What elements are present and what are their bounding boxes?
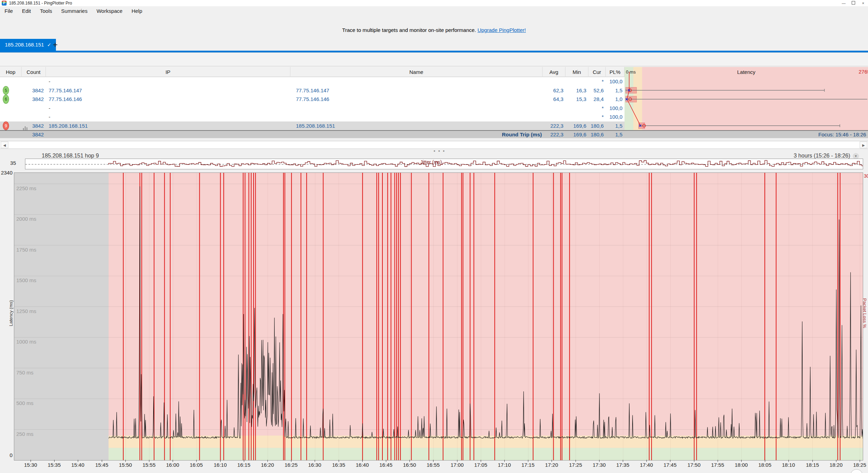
table-row-hop-5[interactable]: 5384277.75.146.14777.75.146.14762,316,35… bbox=[0, 86, 625, 95]
close-button[interactable]: × bbox=[858, 0, 868, 6]
scroll-left-button[interactable]: ◀ bbox=[1, 142, 8, 148]
cell-name bbox=[296, 112, 539, 121]
minimize-button[interactable]: — bbox=[839, 0, 849, 6]
menu-summaries[interactable]: Summaries bbox=[57, 6, 92, 16]
x-tick bbox=[339, 460, 339, 462]
x-tick-label: 16:15 bbox=[235, 462, 253, 468]
splitter-handle[interactable]: ●●● bbox=[433, 149, 447, 153]
col-header-pl%[interactable]: PL% bbox=[606, 67, 625, 77]
table-row-hop-unknown[interactable]: -*100,0 bbox=[0, 112, 625, 121]
svg-text:750 ms: 750 ms bbox=[16, 370, 33, 375]
svg-text:250 ms: 250 ms bbox=[16, 431, 33, 437]
x-tick-label: 16:05 bbox=[188, 462, 205, 468]
new-tab-button[interactable]: + bbox=[53, 40, 58, 50]
x-tick bbox=[291, 460, 291, 462]
cell-count: 3842 bbox=[22, 121, 44, 130]
round-trip-pl: 1,5 bbox=[604, 131, 622, 138]
x-tick-label: 16:50 bbox=[401, 462, 418, 468]
cell-ip: - bbox=[49, 104, 288, 113]
x-tick bbox=[646, 460, 647, 462]
x-tick bbox=[552, 460, 552, 462]
svg-text:2000 ms: 2000 ms bbox=[16, 216, 36, 222]
cell-min bbox=[563, 112, 586, 121]
maximize-button[interactable] bbox=[849, 0, 858, 6]
table-row-hop-unknown[interactable]: -*100,0 bbox=[0, 77, 625, 86]
cell-pl: 100,0 bbox=[604, 104, 622, 113]
x-tick bbox=[765, 460, 765, 462]
cell-count: 3842 bbox=[22, 95, 44, 104]
x-tick bbox=[528, 460, 528, 462]
x-tick-label: 16:00 bbox=[164, 462, 181, 468]
menu-workspace[interactable]: Workspace bbox=[92, 6, 127, 16]
col-header-cur[interactable]: Cur bbox=[588, 67, 606, 77]
cell-min: 15,3 bbox=[563, 95, 586, 104]
x-tick-label: 17:15 bbox=[519, 462, 537, 468]
cell-count bbox=[22, 77, 44, 86]
x-tick bbox=[718, 460, 718, 462]
menu-bar: FileEditToolsSummariesWorkspaceHelp bbox=[0, 6, 868, 16]
jitter-title: Jitter (ms) bbox=[420, 159, 442, 165]
x-tick-label: 15:50 bbox=[117, 462, 134, 468]
svg-text:×: × bbox=[627, 87, 630, 93]
table-row-hop-unknown[interactable]: -*100,0 bbox=[0, 104, 625, 113]
x-tick bbox=[623, 460, 623, 462]
x-tick bbox=[149, 460, 149, 462]
upgrade-link[interactable]: Upgrade PingPlotter! bbox=[478, 27, 526, 33]
tab-label: 185.208.168.151 bbox=[5, 42, 44, 48]
menu-edit[interactable]: Edit bbox=[17, 6, 35, 16]
table-row-hop-9[interactable]: 93842185.208.168.151185.208.168.151222,3… bbox=[0, 121, 625, 130]
menu-help[interactable]: Help bbox=[127, 6, 147, 16]
col-header-count[interactable]: Count bbox=[22, 67, 46, 77]
timeline-scrollbar[interactable] bbox=[0, 141, 868, 149]
cell-min bbox=[563, 104, 586, 113]
round-trip-avg: 222,3 bbox=[539, 131, 563, 138]
cell-count bbox=[22, 104, 44, 113]
x-tick bbox=[504, 460, 505, 462]
x-tick bbox=[812, 460, 813, 462]
x-tick-label: 18:15 bbox=[804, 462, 821, 468]
x-tick bbox=[670, 460, 670, 462]
tab-target[interactable]: 185.208.168.151✓ bbox=[0, 39, 56, 51]
jump-to-latest-button[interactable] bbox=[850, 469, 863, 473]
x-tick-label: 16:25 bbox=[282, 462, 300, 468]
x-tick-label: 16:55 bbox=[424, 462, 442, 468]
menu-file[interactable]: File bbox=[0, 6, 17, 16]
x-tick-label: 17:25 bbox=[567, 462, 584, 468]
graph-range-label[interactable]: 3 hours (15:26 - 18:26) bbox=[794, 153, 850, 159]
x-tick bbox=[196, 460, 197, 462]
x-tick-label: 17:00 bbox=[448, 462, 466, 468]
cell-pl: 1,5 bbox=[604, 86, 622, 95]
cell-pl: 100,0 bbox=[604, 77, 622, 86]
round-trip-row: Round Trip (ms) 3842 222,3 169,6 180,6 1… bbox=[0, 130, 868, 138]
latency-column-graph: ××× 0 ms Latency 2765 bbox=[625, 67, 868, 130]
latency-time-plot[interactable]: 2250 ms2000 ms1750 ms1500 ms1250 ms1000 … bbox=[14, 172, 863, 461]
col-header-min[interactable]: Min bbox=[565, 67, 588, 77]
x-tick bbox=[457, 460, 457, 462]
x-tick-label: 16:10 bbox=[212, 462, 229, 468]
cell-pl: 100,0 bbox=[604, 112, 622, 121]
scroll-right-button[interactable]: ▶ bbox=[860, 142, 867, 148]
x-tick bbox=[173, 460, 173, 462]
x-tick-label: 16:20 bbox=[259, 462, 276, 468]
menu-tools[interactable]: Tools bbox=[35, 6, 57, 16]
col-header-avg[interactable]: Avg bbox=[543, 67, 565, 77]
x-tick bbox=[102, 460, 102, 462]
trace-table: HopCountIPNameAvgMinCurPL% -*100,0538427… bbox=[0, 67, 868, 138]
cell-avg bbox=[539, 112, 563, 121]
x-tick-label: 16:35 bbox=[330, 462, 347, 468]
col-header-ip[interactable]: IP bbox=[46, 67, 290, 77]
x-tick-label: 17:45 bbox=[661, 462, 679, 468]
cell-avg bbox=[539, 77, 563, 86]
x-tick-label: 15:30 bbox=[22, 462, 39, 468]
cell-ip: 77.75.146.146 bbox=[49, 95, 288, 104]
cell-ip: 77.75.146.147 bbox=[49, 86, 288, 95]
x-tick-label: 16:40 bbox=[354, 462, 371, 468]
cell-cur: * bbox=[587, 77, 604, 86]
cell-min bbox=[563, 77, 586, 86]
table-row-hop-6[interactable]: 6384277.75.146.14677.75.146.14664,315,32… bbox=[0, 95, 625, 104]
svg-text:×: × bbox=[625, 96, 628, 102]
col-header-name[interactable]: Name bbox=[290, 67, 543, 77]
x-tick-label: 18:20 bbox=[827, 462, 845, 468]
col-header-hop[interactable]: Hop bbox=[0, 67, 22, 77]
tab-check-icon: ✓ bbox=[47, 42, 51, 48]
